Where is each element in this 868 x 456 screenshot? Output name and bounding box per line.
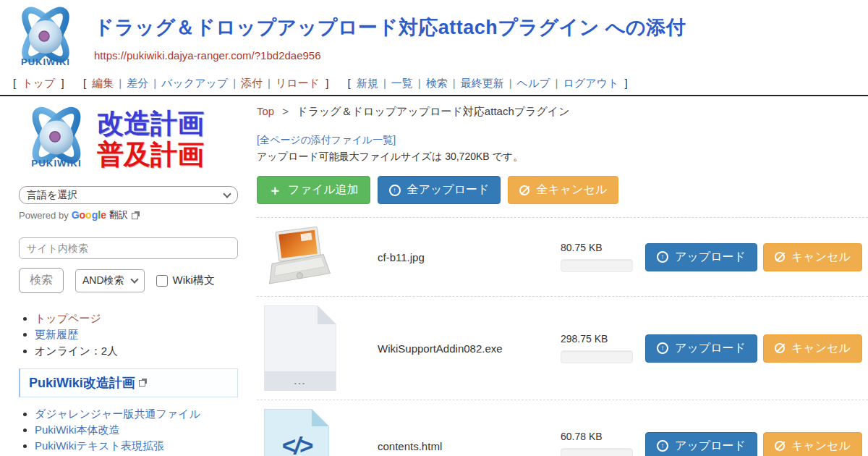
- wiki-syntax-checkbox[interactable]: [156, 275, 168, 287]
- google-logo-text: Google: [72, 209, 106, 221]
- upload-button[interactable]: アップロード: [645, 243, 757, 271]
- site-search-input[interactable]: [19, 237, 238, 259]
- google-translate-attribution: Powered by Google 翻訳: [19, 208, 238, 221]
- sidebar-link-text-ext[interactable]: PukiWikiテキスト表現拡張: [35, 439, 164, 452]
- page-header: PUKIWIKI ドラッグ＆ドロップアップロード対応attachプラグイン への…: [0, 0, 868, 75]
- upload-all-button[interactable]: 全アップロード: [378, 176, 501, 204]
- sidebar-top-links: トップページ 更新履歴 オンライン：2人: [19, 311, 238, 358]
- file-size: 60.78 KB: [561, 431, 645, 442]
- wiki-syntax-option: Wiki構文: [156, 274, 215, 287]
- ban-icon: [775, 441, 785, 451]
- plus-icon: ＋: [268, 184, 281, 197]
- list-item: オンライン：2人: [35, 343, 238, 358]
- page-title: ドラッグ＆ドロップアップロード対応attachプラグイン への添付: [94, 14, 686, 41]
- sidebar-banner[interactable]: PUKIWIKI 改造計画 普及計画: [19, 105, 238, 174]
- cancel-button[interactable]: キャンセル: [763, 243, 862, 271]
- bracket: [: [83, 77, 86, 89]
- bracket: [: [13, 77, 16, 89]
- language-select-value: 言語を選択: [27, 189, 77, 202]
- file-thumbnail: </>: [264, 409, 378, 456]
- file-row: </> contents.html 60.78 KB アップロード キャンセル: [257, 400, 868, 456]
- translate-link[interactable]: 翻訳: [109, 208, 140, 221]
- file-name: WikiSupportAddin082.exe: [378, 342, 561, 355]
- nav-reload[interactable]: リロード: [276, 77, 320, 89]
- file-row: ... WikiSupportAddin082.exe 298.75 KB アッ…: [257, 296, 868, 400]
- nav-help[interactable]: ヘルプ: [517, 77, 550, 89]
- file-size: 298.75 KB: [561, 333, 645, 345]
- upload-button[interactable]: アップロード: [645, 432, 757, 456]
- list-item: 更新履歴: [35, 326, 238, 342]
- page-fold: [312, 409, 329, 426]
- upload-button[interactable]: アップロード: [645, 334, 757, 363]
- bracket: [: [348, 77, 351, 89]
- pukiwiki-atom-icon: PUKIWIKI: [19, 105, 94, 174]
- html-file-icon: </>: [264, 409, 329, 456]
- nav-diff[interactable]: 差分: [127, 77, 148, 89]
- max-filesize-text: アップロード可能最大ファイルサイズは 30,720KB です。: [257, 151, 868, 164]
- main-content: Top > ドラッグ＆ドロップアップロード対応attachプラグイン [全ページ…: [250, 96, 868, 456]
- upload-circle-icon: [657, 251, 668, 263]
- banner-kaizou-text: 改造計画: [97, 109, 204, 140]
- ban-icon: [775, 252, 785, 262]
- sidebar-link-core-mod[interactable]: PukiWiki本体改造: [35, 423, 120, 436]
- file-icon-dots: ...: [265, 371, 336, 390]
- chevron-down-icon: [130, 275, 138, 283]
- upload-circle-icon: [657, 342, 668, 354]
- cancel-button[interactable]: キャンセル: [763, 334, 862, 363]
- list-item: PukiWikiテキスト表現拡張: [35, 438, 238, 453]
- file-thumbnail: [264, 227, 378, 287]
- search-button[interactable]: 検索: [19, 268, 64, 293]
- nav-top[interactable]: トップ: [22, 77, 55, 89]
- ban-icon: [775, 343, 785, 353]
- breadcrumb: Top > ドラッグ＆ドロップアップロード対応attachプラグイン: [257, 105, 868, 119]
- action-button-row: ＋ ファイル追加 全アップロード 全キャンセル: [257, 176, 868, 204]
- add-file-button[interactable]: ＋ ファイル追加: [257, 176, 370, 204]
- breadcrumb-current: ドラッグ＆ドロップアップロード対応attachプラグイン: [297, 105, 569, 117]
- site-logo[interactable]: PUKIWIKI: [9, 6, 82, 75]
- ban-icon: [519, 185, 529, 195]
- page-fold: [318, 305, 336, 324]
- nav-attach[interactable]: 添付: [241, 77, 263, 89]
- nav-logout[interactable]: ログアウト: [563, 77, 619, 89]
- file-row: cf-b11.jpg 80.75 KB アップロード キャンセル: [257, 217, 868, 296]
- upload-progress-bar: [561, 350, 633, 363]
- bracket: ]: [61, 77, 64, 89]
- pukiwiki-atom-icon: PUKIWIKI: [9, 6, 82, 72]
- sidebar-link-common-files[interactable]: ダジャレンジャー版共通ファイル: [35, 408, 200, 420]
- nav-new[interactable]: 新規: [357, 77, 378, 89]
- svg-text:PUKIWIKI: PUKIWIKI: [21, 56, 70, 67]
- breadcrumb-home-link[interactable]: Top: [257, 105, 274, 117]
- nav-backup[interactable]: バックアップ: [161, 77, 228, 89]
- nav-edit[interactable]: 編集: [92, 77, 114, 89]
- page-url-link[interactable]: https://pukiwiki.dajya-ranger.com/?1bd2d…: [94, 49, 321, 62]
- list-item: トップページ: [35, 311, 238, 326]
- upload-progress-bar: [561, 448, 633, 456]
- external-link-icon: [132, 211, 140, 219]
- cancel-button[interactable]: キャンセル: [763, 432, 862, 456]
- sidebar-section-box: PukiWiki改造計画: [19, 368, 238, 397]
- banner-fukyuu-text: 普及計画: [97, 140, 204, 171]
- generic-file-icon: ...: [264, 305, 336, 391]
- bracket: ]: [326, 77, 328, 89]
- top-navbar: [ トップ ] [ 編集|差分|バックアップ|添付|リロード ] [ 新規|一覧…: [0, 75, 868, 95]
- external-link-icon: [139, 379, 147, 387]
- search-mode-select[interactable]: AND検索: [75, 269, 145, 292]
- code-glyph: </>: [281, 432, 312, 456]
- file-thumbnail: ...: [264, 305, 378, 391]
- all-attachments-link[interactable]: [全ページの添付ファイル一覧]: [257, 134, 396, 147]
- sidebar-section-title-link[interactable]: PukiWiki改造計画: [29, 374, 147, 392]
- language-select[interactable]: 言語を選択: [19, 186, 238, 204]
- nav-recent[interactable]: 最終更新: [461, 77, 504, 89]
- laptop-image-thumbnail: [264, 227, 331, 284]
- list-item: PukiWiki本体改造: [35, 422, 238, 437]
- file-name: contents.html: [378, 440, 561, 452]
- upload-circle-icon: [657, 440, 668, 452]
- upload-circle-icon: [389, 185, 401, 196]
- sidebar-link-toppage[interactable]: トップページ: [35, 312, 101, 324]
- nav-search[interactable]: 検索: [426, 77, 448, 89]
- cancel-all-button[interactable]: 全キャンセル: [508, 176, 618, 204]
- sidebar-link-history[interactable]: 更新履歴: [35, 328, 78, 340]
- nav-list[interactable]: 一覧: [391, 77, 413, 89]
- sidebar-bottom-links: ダジャレンジャー版共通ファイル PukiWiki本体改造 PukiWikiテキス…: [19, 406, 238, 456]
- file-name: cf-b11.jpg: [378, 251, 561, 263]
